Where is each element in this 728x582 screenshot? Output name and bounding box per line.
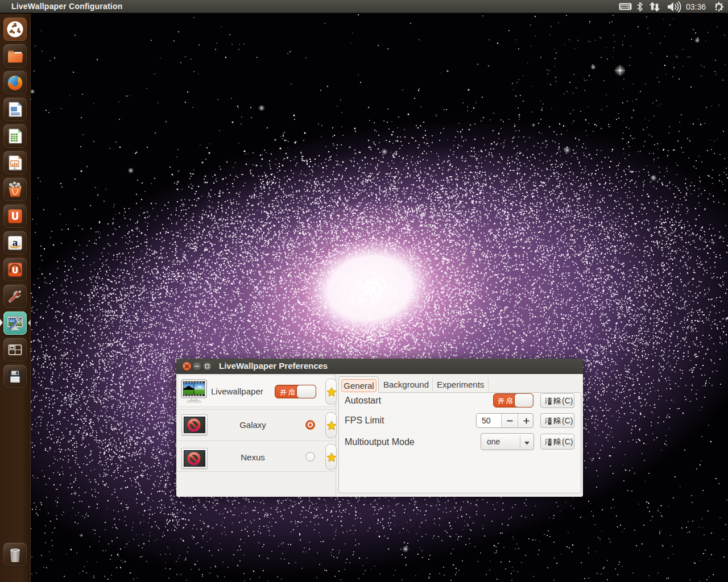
svg-text:a: a [13, 236, 18, 248]
